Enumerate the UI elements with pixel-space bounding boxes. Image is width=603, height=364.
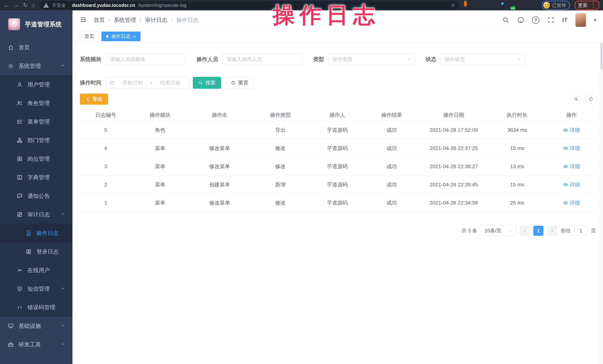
sidebar-item-label: 字典管理 (27, 174, 50, 181)
sidebar-item-label: 通知公告 (27, 192, 50, 200)
breadcrumb-item[interactable]: 首页 (94, 16, 105, 24)
help-icon[interactable]: ? (532, 16, 539, 24)
detail-link[interactable]: 详细 (545, 127, 597, 134)
tab-close-icon[interactable]: × (133, 34, 136, 39)
cell-module: 菜单 (132, 181, 188, 188)
cell-operator: 芋道源码 (310, 199, 365, 206)
date-range-picker[interactable]: 开始日期 - 结束日期 (106, 77, 189, 89)
sidebar-item-users[interactable]: 用户管理 (0, 75, 72, 94)
browser-update-button[interactable]: 更新 ⋮ (575, 1, 599, 10)
code-icon (17, 304, 23, 310)
detail-link[interactable]: 详细 (545, 199, 597, 206)
url-divider (69, 3, 69, 7)
cell-result: 成功 (364, 163, 419, 170)
ext-orange-ring-icon[interactable] (464, 2, 470, 8)
sidebar-item-posts[interactable]: 岗位管理 (0, 150, 72, 168)
not-secure-warning-icon: ! (43, 3, 49, 8)
sidebar-item-operate-log[interactable]: 操作日志 (0, 224, 72, 243)
sidebar-item-label: 用户管理 (27, 81, 50, 88)
hide-search-button[interactable] (571, 94, 581, 104)
breadcrumb-item[interactable]: 系统管理 (114, 16, 136, 24)
detail-link[interactable]: 详细 (545, 145, 597, 152)
sidebar-item-home[interactable]: 首页 (0, 38, 72, 57)
sidebar-item-menus[interactable]: 菜单管理 (0, 112, 72, 131)
user-avatar[interactable] (575, 13, 586, 27)
tab-home[interactable]: 首页 (80, 32, 99, 41)
search-button[interactable]: 搜索 (193, 77, 221, 89)
cell-log-id: 3 (80, 164, 132, 169)
cell-module: 菜单 (132, 145, 188, 152)
goto-page-input[interactable] (575, 226, 587, 236)
operator-label: 操作人员 (197, 56, 218, 63)
browser-home-icon[interactable]: ⌂ (32, 2, 35, 8)
profile-paused-badge[interactable]: 已暂停 (542, 1, 570, 10)
cell-date: 2021-04-26 22:34:58 (419, 200, 489, 206)
eye-icon (563, 182, 568, 187)
download-icon (85, 97, 90, 101)
type-select[interactable]: 操作类型 (328, 54, 415, 65)
sidebar-item-online-users[interactable]: 在线用户 (0, 261, 72, 280)
chevron-right-icon (550, 229, 554, 233)
cell-result: 成功 (364, 181, 419, 188)
avatar-caret-icon[interactable]: ▾ (594, 17, 596, 23)
detail-link[interactable]: 详细 (545, 163, 597, 170)
sidebar-item-roles[interactable]: 角色管理 (0, 94, 72, 112)
sidebar-item-dev-tools[interactable]: 研发工具 (0, 335, 72, 354)
github-icon[interactable] (517, 17, 524, 23)
chevron-up-icon (60, 211, 65, 218)
sidebar-item-login-log[interactable]: 登录日志 (0, 243, 72, 261)
sidebar-item-audit-log[interactable]: 审计日志 (0, 205, 72, 224)
browser-back-icon[interactable]: ← (4, 2, 9, 8)
address-bar[interactable]: ! 不安全 dashboard.yudao.iocoder.cn /system… (39, 1, 459, 9)
font-size-icon[interactable]: tT (562, 17, 568, 23)
next-page-button[interactable] (547, 226, 557, 236)
sidebar-item-dict[interactable]: 字典管理 (0, 168, 72, 187)
breadcrumb-item[interactable]: 审计日志 (145, 16, 167, 24)
cell-operator: 芋道源码 (310, 163, 365, 170)
sidebar-item-system[interactable]: 系统管理 (0, 57, 72, 75)
sidebar-collapse-icon[interactable] (80, 16, 87, 24)
ext-puzzle-icon[interactable] (530, 2, 537, 8)
col-header: 操作名 (188, 111, 251, 119)
ext-leaf-icon[interactable] (519, 2, 525, 8)
browser-menu-icon[interactable]: ⋮ (591, 2, 596, 9)
bookmark-star-icon[interactable]: ☆ (451, 2, 455, 8)
prev-page-button[interactable] (520, 226, 530, 236)
browser-forward-icon[interactable]: → (13, 2, 19, 8)
page-scrollbar[interactable] (600, 21, 603, 364)
eye-icon (563, 128, 568, 133)
page-size-select[interactable]: 10条/页 (481, 225, 516, 236)
tab-operate-log[interactable]: 操作日志 × (101, 32, 140, 41)
module-input[interactable] (106, 54, 186, 65)
app-logo-row[interactable]: 芋道管理系统 (0, 11, 72, 38)
ext-green-circle-icon[interactable] (486, 2, 492, 8)
ext-chart-icon[interactable] (497, 2, 503, 8)
status-select[interactable]: 操作状态 (441, 54, 525, 65)
sidebar-item-label: 角色管理 (27, 99, 50, 107)
reset-button[interactable]: 重置 (226, 77, 253, 89)
refresh-table-button[interactable] (586, 94, 596, 104)
current-page-button[interactable]: 1 (533, 226, 543, 236)
detail-link[interactable]: 详细 (545, 181, 597, 188)
export-button-label: 导出 (92, 96, 103, 103)
sidebar-item-departments[interactable]: 部门管理 (0, 131, 72, 150)
sidebar-item-label: 在线用户 (27, 266, 50, 274)
search-button-label: 搜索 (205, 79, 216, 86)
browser-reload-icon[interactable]: ↻ (23, 2, 28, 8)
col-header: 操作 (545, 111, 597, 119)
breadcrumb: 首页 / 系统管理 / 审计日志 / 操作日志 (94, 16, 198, 24)
search-icon[interactable] (502, 17, 509, 23)
header-actions: ? tT ▾ (502, 13, 596, 27)
sidebar-item-error-code[interactable]: 错误码管理 (0, 298, 72, 317)
ext-blue-drop-icon[interactable] (475, 2, 481, 8)
cell-log-id: 4 (80, 145, 132, 151)
operator-input[interactable] (222, 54, 302, 65)
chevron-left-icon (522, 229, 527, 233)
fullscreen-icon[interactable] (547, 17, 554, 23)
sidebar-item-infra[interactable]: 基础设施 (0, 317, 72, 335)
sidebar-item-sms[interactable]: 短信管理 (0, 280, 72, 298)
export-button[interactable]: 导出 (80, 94, 108, 105)
ext-switch-icon[interactable]: on (508, 2, 514, 8)
table-row: 5 角色 导出 芋道源码 成功 2021-04-28 17:52:09 3634… (80, 121, 597, 139)
sidebar-item-notice[interactable]: 通知公告 (0, 187, 72, 205)
